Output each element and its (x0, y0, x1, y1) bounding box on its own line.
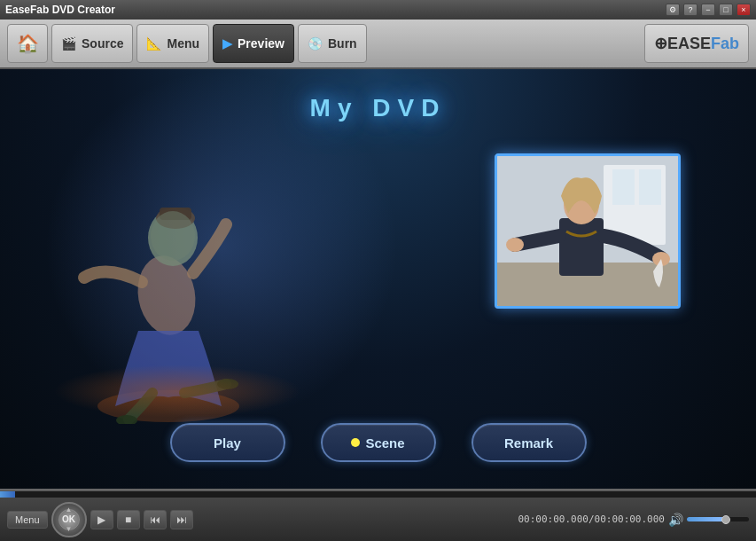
thumbnail-svg (497, 156, 678, 306)
volume-slider[interactable] (687, 517, 749, 521)
volume-fill (687, 517, 724, 521)
dancer-figure (35, 140, 301, 442)
preview-area: My DVD (0, 69, 756, 489)
remark-label: Remark (504, 435, 553, 451)
scene-label: Scene (365, 435, 404, 451)
scene-dot (351, 438, 360, 447)
tab-preview[interactable]: ▶ Preview (213, 24, 294, 63)
svg-point-15 (506, 238, 524, 252)
dancer-svg (71, 158, 266, 424)
logo: ⊕EASEFab (654, 34, 739, 53)
progress-track[interactable] (0, 490, 756, 498)
control-bar: Menu ▲ ▼ OK ▶ ■ ⏮ ⏭ 00:00:00.000/00:00:0… (0, 489, 756, 541)
arrow-down-icon: ▼ (66, 526, 73, 533)
burn-icon: 💿 (308, 36, 323, 51)
svg-point-7 (151, 211, 195, 261)
logo-area: ⊕EASEFab (644, 24, 749, 63)
menu-icon: 📐 (146, 36, 161, 51)
preview-icon: ▶ (222, 36, 232, 51)
home-icon: 🏠 (17, 33, 39, 54)
titlebar: EaseFab DVD Creator ⚙ ? − □ × (0, 0, 756, 20)
dvd-menu-buttons: Play Scene Remark (0, 423, 756, 462)
tab-burn-label: Burn (328, 36, 357, 51)
toolbar: 🏠 🎬 Source 📐 Menu ▶ Preview 💿 Burn ⊕EASE… (0, 20, 756, 69)
thumbnail-content (497, 156, 678, 306)
play-transport-icon: ▶ (97, 514, 105, 526)
settings-button[interactable]: ⚙ (666, 4, 680, 16)
prev-icon: ⏮ (150, 514, 160, 526)
svg-rect-11 (639, 169, 661, 205)
help-button[interactable]: ? (683, 4, 698, 16)
dvd-title: My DVD (0, 94, 756, 122)
svg-rect-13 (559, 218, 604, 276)
volume-knob[interactable] (721, 515, 730, 524)
source-icon: 🎬 (61, 36, 76, 51)
stop-icon: ■ (125, 514, 131, 526)
svg-point-6 (217, 379, 238, 389)
tab-menu[interactable]: 📐 Menu (136, 24, 209, 63)
play-transport-button[interactable]: ▶ (90, 510, 113, 529)
ok-arrows: ▲ ▼ (53, 504, 85, 536)
next-icon: ⏭ (176, 514, 187, 526)
svg-rect-10 (612, 169, 635, 205)
tab-source[interactable]: 🎬 Source (51, 24, 133, 63)
progress-fill (0, 491, 15, 498)
controls-row: Menu ▲ ▼ OK ▶ ■ ⏮ ⏭ 00:00:00.000/00:00:0… (0, 498, 756, 541)
remark-button[interactable]: Remark (472, 423, 587, 462)
video-thumbnail (495, 153, 681, 309)
tab-menu-label: Menu (167, 36, 199, 51)
play-label: Play (214, 435, 241, 451)
restore-button[interactable]: □ (719, 4, 733, 16)
volume-icon[interactable]: 🔊 (668, 513, 683, 527)
tab-preview-label: Preview (238, 36, 284, 51)
app-title: EaseFab DVD Creator (5, 4, 115, 16)
window-controls: ⚙ ? − □ × (666, 4, 751, 16)
tab-burn[interactable]: 💿 Burn (298, 24, 367, 63)
close-button[interactable]: × (737, 4, 751, 16)
arrow-up-icon: ▲ (66, 506, 73, 514)
play-button[interactable]: Play (170, 423, 285, 462)
scene-button[interactable]: Scene (321, 423, 436, 462)
time-display: 00:00:00.000/00:00:00.000 (518, 514, 665, 525)
next-button[interactable]: ⏭ (170, 510, 193, 529)
stop-button[interactable]: ■ (117, 510, 140, 529)
prev-button[interactable]: ⏮ (144, 510, 167, 529)
tab-source-label: Source (82, 36, 123, 51)
menu-button[interactable]: Menu (7, 511, 48, 529)
minimize-button[interactable]: − (701, 4, 715, 16)
home-button[interactable]: 🏠 (7, 24, 48, 63)
ok-dial[interactable]: ▲ ▼ OK (51, 502, 87, 537)
